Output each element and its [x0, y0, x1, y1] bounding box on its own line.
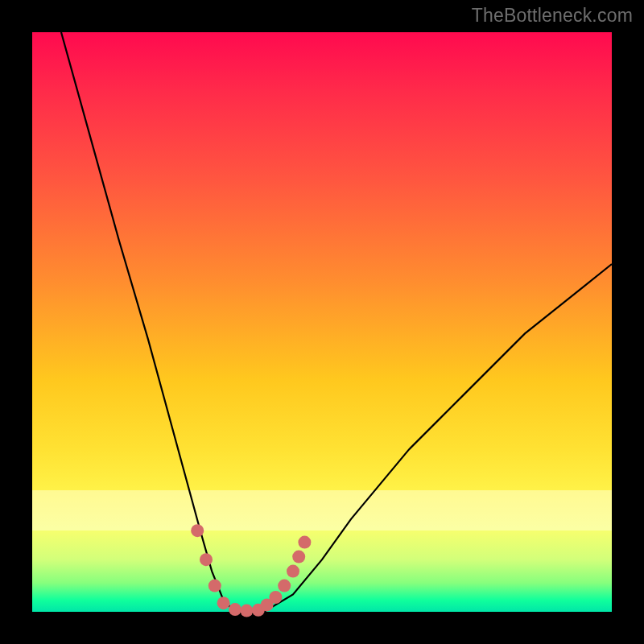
plot-area [32, 32, 612, 612]
marker-dot [292, 551, 305, 564]
marker-dot [298, 536, 311, 549]
marker-dot [240, 605, 253, 617]
watermark-text: TheBottleneck.com [472, 5, 633, 27]
marker-dot [269, 591, 282, 604]
marker-dot [208, 580, 221, 592]
marker-dot [191, 524, 204, 537]
chart-frame: TheBottleneck.com [0, 0, 644, 644]
bottleneck-curve [61, 32, 612, 612]
marker-dot [287, 565, 299, 578]
marker-dot [229, 603, 242, 616]
curve-layer [32, 32, 612, 612]
marker-dot [217, 597, 230, 609]
marker-dot [200, 553, 213, 566]
highlight-markers [191, 524, 311, 617]
marker-dot [278, 580, 291, 592]
